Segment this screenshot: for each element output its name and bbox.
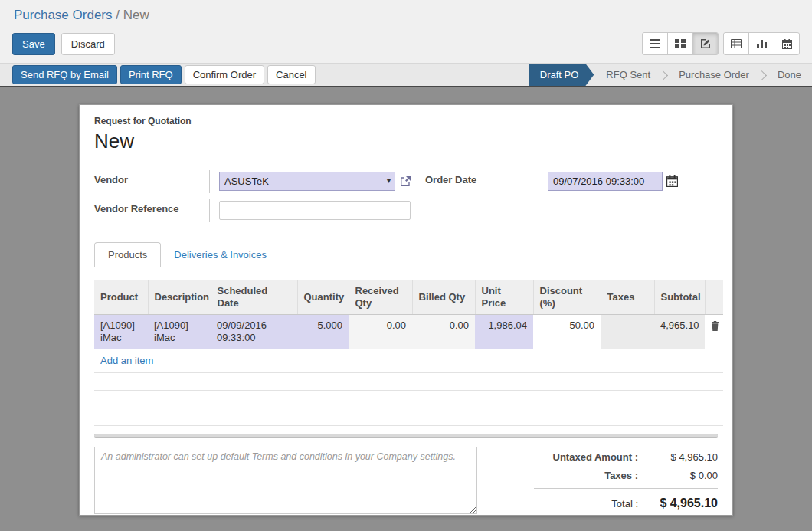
tab-products[interactable]: Products xyxy=(94,242,161,267)
chevron-right-icon xyxy=(757,70,767,80)
graph-view-button[interactable] xyxy=(748,32,774,55)
form-sheet: Request for Quotation New Vendor ASUSTeK… xyxy=(79,104,733,516)
col-quantity[interactable]: Quantity xyxy=(297,280,349,315)
discard-button[interactable]: Discard xyxy=(61,33,115,55)
total-label: Total : xyxy=(611,498,638,510)
calendar-view-icon xyxy=(782,39,792,49)
col-unit-price[interactable]: Unit Price xyxy=(475,280,533,315)
totals-divider xyxy=(534,488,718,489)
breadcrumb: Purchase Orders / New xyxy=(0,0,812,26)
cell-taxes[interactable] xyxy=(601,315,654,349)
send-rfq-by-email-button[interactable]: Send RFQ by Email xyxy=(12,65,117,84)
cell-quantity[interactable]: 5.000 xyxy=(297,315,349,349)
footer-section: Untaxed Amount : $ 4,965.10 Taxes : $ 0.… xyxy=(94,447,718,517)
cell-billed-qty: 0.00 xyxy=(412,315,475,349)
form-fields: Vendor ASUSTeK ▾ Vendor Reference xyxy=(94,170,718,222)
calendar-icon[interactable] xyxy=(666,175,678,187)
status-draft-po[interactable]: Draft PO xyxy=(529,64,594,86)
graph-view-icon xyxy=(757,39,767,48)
notebook-tabs: Products Deliveries & Invoices xyxy=(94,242,718,267)
status-pipeline: Draft PO RFQ Sent Purchase Order Done xyxy=(529,64,812,86)
save-button[interactable]: Save xyxy=(12,33,55,55)
status-purchase-order[interactable]: Purchase Order xyxy=(674,64,754,86)
untaxed-amount-value: $ 4,965.10 xyxy=(638,451,718,463)
taxes-label: Taxes : xyxy=(604,470,638,481)
vendor-reference-input[interactable] xyxy=(219,201,411,220)
empty-row xyxy=(94,391,723,408)
cell-delete xyxy=(705,315,723,349)
untaxed-amount-label: Untaxed Amount : xyxy=(553,451,638,463)
taxes-value: $ 0.00 xyxy=(638,470,718,481)
external-link-icon[interactable] xyxy=(400,175,411,187)
total-value: $ 4,965.10 xyxy=(638,497,718,510)
view-switcher xyxy=(642,32,800,55)
breadcrumb-separator: / xyxy=(116,8,120,22)
col-subtotal[interactable]: Subtotal xyxy=(654,280,705,315)
toolbar: Save Discard xyxy=(0,26,812,63)
empty-row xyxy=(94,373,723,391)
empty-row xyxy=(94,408,723,426)
breadcrumb-current: New xyxy=(123,8,149,22)
col-description[interactable]: Description xyxy=(148,280,211,315)
vendor-value: ASUSTeK xyxy=(224,175,269,187)
status-done[interactable]: Done xyxy=(773,64,812,86)
calendar-view-button[interactable] xyxy=(774,32,800,55)
terms-conditions-textarea[interactable] xyxy=(94,447,477,514)
status-bar: Send RFQ by Email Print RFQ Confirm Orde… xyxy=(0,63,812,87)
caret-down-icon: ▾ xyxy=(387,176,391,185)
breadcrumb-purchase-orders[interactable]: Purchase Orders xyxy=(14,8,113,22)
cell-received-qty: 0.00 xyxy=(349,315,412,349)
cell-product[interactable]: [A1090] iMac xyxy=(94,315,148,349)
totals-block: Untaxed Amount : $ 4,965.10 Taxes : $ 0.… xyxy=(534,447,718,517)
vendor-select[interactable]: ASUSTeK ▾ xyxy=(219,172,395,191)
order-date-label: Order Date xyxy=(425,170,548,185)
cell-subtotal: 4,965.10 xyxy=(654,315,705,349)
table-header-row: Product Description Scheduled Date Quant… xyxy=(94,280,723,315)
pivot-view-button[interactable] xyxy=(723,32,749,55)
main-area: Request for Quotation New Vendor ASUSTeK… xyxy=(0,87,812,528)
vendor-label: Vendor xyxy=(94,170,209,185)
status-rfq-sent[interactable]: RFQ Sent xyxy=(601,64,655,86)
cell-scheduled-date[interactable]: 09/09/2016 09:33:00 xyxy=(211,315,297,349)
print-rfq-button[interactable]: Print RFQ xyxy=(120,65,182,84)
col-product[interactable]: Product xyxy=(94,280,148,315)
add-item-row: Add an item xyxy=(94,349,723,373)
col-received-qty[interactable]: Received Qty xyxy=(349,280,412,315)
tab-deliveries-invoices[interactable]: Deliveries & Invoices xyxy=(161,243,280,267)
order-date-input[interactable] xyxy=(548,172,663,191)
add-an-item-link[interactable]: Add an item xyxy=(100,355,153,366)
confirm-order-button[interactable]: Confirm Order xyxy=(185,65,264,84)
form-view-button[interactable] xyxy=(692,32,719,55)
vendor-reference-label: Vendor Reference xyxy=(94,199,209,215)
col-billed-qty[interactable]: Billed Qty xyxy=(412,280,475,315)
cell-unit-price[interactable]: 1,986.04 xyxy=(475,315,533,349)
col-scheduled-date[interactable]: Scheduled Date xyxy=(211,280,297,315)
horizontal-separator xyxy=(94,434,718,438)
form-subtitle: Request for Quotation xyxy=(94,116,718,126)
chevron-right-icon xyxy=(658,70,668,80)
cell-discount[interactable]: 50.00 xyxy=(533,315,601,349)
list-view-button[interactable] xyxy=(642,32,668,55)
top-bar: Purchase Orders / New Save Discard xyxy=(0,0,812,63)
order-lines-table: Product Description Scheduled Date Quant… xyxy=(94,280,723,426)
form-view-icon xyxy=(700,38,711,49)
col-taxes[interactable]: Taxes xyxy=(601,280,654,315)
list-view-icon xyxy=(650,39,660,48)
trash-icon[interactable] xyxy=(711,320,719,331)
kanban-view-button[interactable] xyxy=(667,32,693,55)
cell-description[interactable]: [A1090] iMac xyxy=(148,315,211,349)
col-discount[interactable]: Discount (%) xyxy=(533,280,601,315)
page-title: New xyxy=(94,129,718,153)
kanban-view-icon xyxy=(675,39,686,48)
pivot-view-icon xyxy=(731,39,742,48)
cancel-button[interactable]: Cancel xyxy=(267,65,315,84)
table-row: [A1090] iMac [A1090] iMac 09/09/2016 09:… xyxy=(94,315,723,349)
col-actions xyxy=(705,280,723,315)
